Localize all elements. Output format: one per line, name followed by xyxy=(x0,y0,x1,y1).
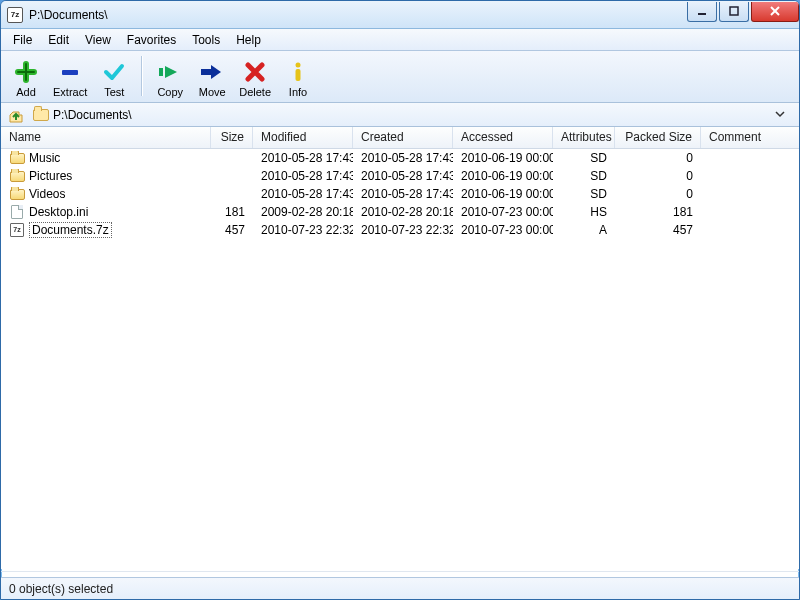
cell-created: 2010-05-28 17:43 xyxy=(353,151,453,165)
file-row[interactable]: Pictures2010-05-28 17:432010-05-28 17:43… xyxy=(1,167,799,185)
app-window: 7z P:\Documents\ File Edit View Favorite… xyxy=(0,0,800,600)
cell-modified: 2010-05-28 17:43 xyxy=(253,151,353,165)
col-accessed[interactable]: Accessed xyxy=(453,127,553,148)
svg-rect-5 xyxy=(159,68,163,76)
path-text: P:\Documents\ xyxy=(53,108,132,122)
cell-accessed: 2010-06-19 00:00 xyxy=(453,169,553,183)
cell-attr: HS xyxy=(553,205,615,219)
cell-accessed: 2010-06-19 00:00 xyxy=(453,151,553,165)
folder-icon xyxy=(10,171,25,182)
folder-icon xyxy=(10,153,25,164)
status-text: 0 object(s) selected xyxy=(9,582,113,596)
cell-created: 2010-05-28 17:43 xyxy=(353,187,453,201)
delete-button[interactable]: Delete xyxy=(235,56,275,100)
plus-icon xyxy=(12,58,40,86)
close-button[interactable] xyxy=(751,2,799,22)
file-row[interactable]: Videos2010-05-28 17:432010-05-28 17:4320… xyxy=(1,185,799,203)
cell-packed: 181 xyxy=(615,205,701,219)
file-name: Desktop.ini xyxy=(29,205,88,219)
move-arrow-icon xyxy=(198,58,226,86)
cell-packed: 0 xyxy=(615,169,701,183)
cell-accessed: 2010-06-19 00:00 xyxy=(453,187,553,201)
extract-button[interactable]: Extract xyxy=(49,56,91,100)
toolbar: Add Extract Test Copy Move Delete Info xyxy=(1,51,799,103)
cell-packed: 457 xyxy=(615,223,701,237)
file-row[interactable]: Music2010-05-28 17:432010-05-28 17:43201… xyxy=(1,149,799,167)
cell-packed: 0 xyxy=(615,151,701,165)
app-icon: 7z xyxy=(7,7,23,23)
cell-packed: 0 xyxy=(615,187,701,201)
copy-button[interactable]: Copy xyxy=(151,56,189,100)
svg-rect-8 xyxy=(296,69,301,81)
cell-attr: SD xyxy=(553,187,615,201)
info-icon xyxy=(284,58,312,86)
cell-created: 2010-05-28 17:43 xyxy=(353,169,453,183)
folder-icon xyxy=(10,189,25,200)
copy-arrow-icon xyxy=(156,58,184,86)
file-row[interactable]: Desktop.ini1812009-02-28 20:182010-02-28… xyxy=(1,203,799,221)
titlebar[interactable]: 7z P:\Documents\ xyxy=(1,1,799,29)
menu-favorites[interactable]: Favorites xyxy=(119,31,184,49)
col-attributes[interactable]: Attributes xyxy=(553,127,615,148)
cell-modified: 2010-05-28 17:43 xyxy=(253,187,353,201)
address-bar: P:\Documents\ xyxy=(1,103,799,127)
file-name: Videos xyxy=(29,187,65,201)
file-list[interactable]: Music2010-05-28 17:432010-05-28 17:43201… xyxy=(1,149,799,569)
menu-tools[interactable]: Tools xyxy=(184,31,228,49)
minimize-button[interactable] xyxy=(687,2,717,22)
cell-created: 2010-07-23 22:32 xyxy=(353,223,453,237)
svg-point-7 xyxy=(296,63,301,68)
cell-created: 2010-02-28 20:18 xyxy=(353,205,453,219)
cell-modified: 2010-05-28 17:43 xyxy=(253,169,353,183)
file-name: Pictures xyxy=(29,169,72,183)
toolbar-separator xyxy=(141,56,143,96)
svg-rect-1 xyxy=(730,7,738,15)
check-icon xyxy=(100,58,128,86)
delete-x-icon xyxy=(241,58,269,86)
minus-icon xyxy=(56,58,84,86)
cell-accessed: 2010-07-23 00:00 xyxy=(453,205,553,219)
cell-modified: 2009-02-28 20:18 xyxy=(253,205,353,219)
col-packed[interactable]: Packed Size xyxy=(615,127,701,148)
col-modified[interactable]: Modified xyxy=(253,127,353,148)
window-title: P:\Documents\ xyxy=(29,8,685,22)
cell-attr: A xyxy=(553,223,615,237)
cell-accessed: 2010-07-23 00:00 xyxy=(453,223,553,237)
folder-icon xyxy=(33,109,49,121)
test-button[interactable]: Test xyxy=(95,56,133,100)
file-icon xyxy=(11,205,23,219)
up-folder-button[interactable] xyxy=(7,106,25,124)
add-button[interactable]: Add xyxy=(7,56,45,100)
path-input[interactable]: P:\Documents\ xyxy=(31,105,793,125)
svg-rect-6 xyxy=(201,69,211,75)
file-name: Documents.7z xyxy=(29,222,112,238)
menu-help[interactable]: Help xyxy=(228,31,269,49)
cell-attr: SD xyxy=(553,169,615,183)
cell-attr: SD xyxy=(553,151,615,165)
menu-file[interactable]: File xyxy=(5,31,40,49)
file-row[interactable]: 7zDocuments.7z4572010-07-23 22:322010-07… xyxy=(1,221,799,239)
menubar: File Edit View Favorites Tools Help xyxy=(1,29,799,51)
cell-size: 457 xyxy=(211,223,253,237)
status-bar: 0 object(s) selected xyxy=(1,577,799,599)
dropdown-chevron-icon[interactable] xyxy=(769,108,791,122)
svg-rect-4 xyxy=(62,70,78,75)
col-created[interactable]: Created xyxy=(353,127,453,148)
info-button[interactable]: Info xyxy=(279,56,317,100)
window-controls xyxy=(685,2,799,22)
col-size[interactable]: Size xyxy=(211,127,253,148)
col-comment[interactable]: Comment xyxy=(701,127,799,148)
menu-view[interactable]: View xyxy=(77,31,119,49)
column-headers: Name Size Modified Created Accessed Attr… xyxy=(1,127,799,149)
move-button[interactable]: Move xyxy=(193,56,231,100)
cell-size: 181 xyxy=(211,205,253,219)
file-name: Music xyxy=(29,151,60,165)
maximize-button[interactable] xyxy=(719,2,749,22)
menu-edit[interactable]: Edit xyxy=(40,31,77,49)
archive-icon: 7z xyxy=(10,223,24,237)
cell-modified: 2010-07-23 22:32 xyxy=(253,223,353,237)
col-name[interactable]: Name xyxy=(1,127,211,148)
